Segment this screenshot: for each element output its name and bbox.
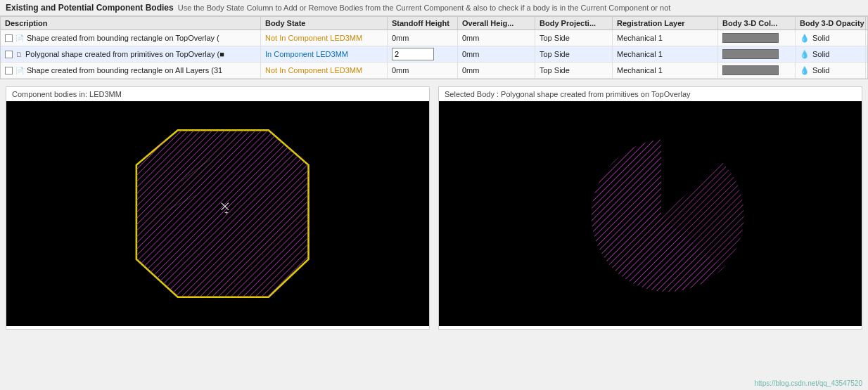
row1-checkbox[interactable]: [5, 34, 13, 42]
row2-opacity: 💧 Solid: [796, 46, 866, 62]
row2-color[interactable]: [718, 46, 796, 62]
row2-projection: Top Side: [535, 46, 613, 62]
svg-text:+: +: [224, 209, 228, 216]
right-panel-title: Selected Body : Polygonal shape created …: [439, 87, 862, 101]
right-panel: Selected Body : Polygonal shape created …: [438, 86, 862, 330]
row1-opacity-icon: 💧: [800, 34, 810, 43]
table-row[interactable]: 📄 Shape created from bounding rectangle …: [1, 30, 867, 46]
row1-overall-height: 0mm: [458, 30, 535, 46]
top-bar: Existing and Potential Component Bodies …: [0, 0, 868, 16]
standoff-input[interactable]: [392, 48, 434, 60]
row3-color-swatch: [722, 65, 779, 75]
row1-reg-layer: Mechanical 1: [613, 30, 718, 46]
row1-standoff: 0mm: [388, 30, 458, 46]
row2-description[interactable]: 🗋 Polygonal shape created from primitive…: [1, 46, 261, 62]
row3-opacity: 💧 Solid: [796, 63, 866, 78]
row1-color[interactable]: [718, 30, 796, 46]
row3-checkbox[interactable]: [5, 67, 13, 74]
row1-projection: Top Side: [535, 30, 613, 46]
row1-opacity: 💧 Solid: [796, 30, 866, 46]
row1-desc-text: Shape created from bounding rectangle on…: [27, 34, 219, 42]
watermark-text: https://blog.csdn.net/qq_43547520: [755, 379, 862, 387]
row1-description[interactable]: 📄 Shape created from bounding rectangle …: [1, 30, 261, 46]
row2-checkbox[interactable]: [5, 51, 13, 58]
row3-color[interactable]: [718, 63, 796, 78]
row3-desc-text: Shape created from bounding rectangle on…: [27, 66, 222, 74]
left-panel: Component bodies in: LED3MM: [6, 86, 430, 330]
body-table: Description Body State Standoff Height O…: [0, 16, 868, 79]
row3-body-state[interactable]: Not In Component LED3MM: [261, 63, 388, 78]
row3-description[interactable]: 📄 Shape created from bounding rectangle …: [1, 63, 261, 78]
row2-overall-height: 0mm: [458, 46, 535, 62]
col-description: Description: [1, 17, 261, 30]
row1-icon: 📄: [15, 34, 24, 42]
row2-desc-text: Polygonal shape created from primitives …: [25, 50, 224, 58]
left-panel-title: Component bodies in: LED3MM: [6, 87, 429, 101]
col-body-3d-opacity: Body 3-D Opacity: [796, 17, 866, 30]
panels-row: Component bodies in: LED3MM: [0, 79, 868, 337]
row1-color-swatch: [722, 33, 779, 43]
row2-opacity-text: Solid: [812, 50, 829, 58]
col-body-projection: Body Projecti...: [535, 17, 613, 30]
row3-icon: 📄: [15, 67, 24, 74]
table-row[interactable]: 📄 Shape created from bounding rectangle …: [1, 63, 867, 79]
row2-opacity-icon: 💧: [800, 50, 810, 59]
page-title: Existing and Potential Component Bodies: [6, 3, 174, 13]
row3-overall-height: 0mm: [458, 63, 535, 78]
left-canvas-svg: +: [6, 101, 429, 326]
row1-body-state[interactable]: Not In Component LED3MM: [261, 30, 388, 46]
row2-body-state[interactable]: In Component LED3MM: [261, 46, 388, 62]
row3-opacity-icon: 💧: [800, 66, 810, 75]
col-registration-layer: Registration Layer: [613, 17, 718, 30]
table-row-selected[interactable]: 🗋 Polygonal shape created from primitive…: [1, 46, 867, 63]
left-panel-canvas: +: [6, 101, 429, 326]
page-description: Use the Body State Column to Add or Remo…: [178, 4, 671, 12]
row3-opacity-text: Solid: [812, 66, 829, 74]
row2-reg-layer: Mechanical 1: [613, 46, 718, 62]
right-panel-canvas: [439, 101, 862, 326]
row3-reg-layer: Mechanical 1: [613, 63, 718, 78]
col-standoff-height: Standoff Height: [388, 17, 458, 30]
col-body-state[interactable]: Body State: [261, 17, 388, 30]
row2-icon: 🗋: [15, 51, 23, 58]
table-header: Description Body State Standoff Height O…: [1, 17, 867, 30]
row3-projection: Top Side: [535, 63, 613, 78]
right-canvas-svg: [439, 101, 862, 326]
col-body-3d-color: Body 3-D Col...: [718, 17, 796, 30]
row2-standoff[interactable]: [388, 46, 458, 62]
row3-standoff: 0mm: [388, 63, 458, 78]
row1-opacity-text: Solid: [812, 34, 829, 42]
row2-color-swatch: [722, 49, 779, 59]
col-overall-height: Overall Heig...: [458, 17, 535, 30]
